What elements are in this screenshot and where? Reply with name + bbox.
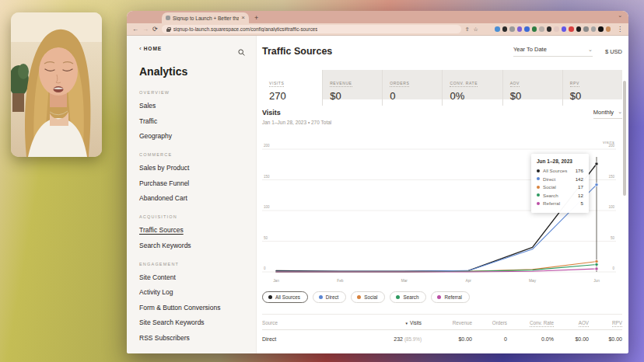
extension-icon-7[interactable] (539, 26, 544, 32)
column-header-revenue[interactable]: Revenue (422, 320, 472, 325)
visits-value: 232 (394, 336, 403, 342)
reload-icon[interactable]: ⟳ (152, 26, 158, 33)
browser-toolbar: ← → ⟳ signup-to-launch.squarespace.com/c… (127, 23, 628, 36)
bookmark-star-icon[interactable]: ☆ (474, 26, 478, 32)
sidebar-item-geography[interactable]: Geography (139, 132, 248, 140)
x-tick: May (529, 279, 537, 283)
tooltip-series-value: 142 (576, 176, 583, 182)
column-header-aov[interactable]: AOV (554, 320, 589, 325)
extension-icon-15[interactable] (598, 26, 604, 32)
column-header-source[interactable]: Source (262, 320, 324, 325)
legend-pill-search[interactable]: Search (390, 291, 426, 303)
x-tick: Mar (401, 279, 408, 283)
stat-orders[interactable]: ORDERS0 (382, 70, 442, 106)
currency-select[interactable]: $ USD (605, 48, 622, 55)
extension-icon-12[interactable] (576, 26, 582, 32)
extension-icon-16[interactable] (606, 26, 611, 32)
legend-pill-all-sources[interactable]: All Sources (262, 291, 308, 303)
stat-value: $0 (570, 90, 615, 102)
sidebar-item-sales-by-product[interactable]: Sales by Product (139, 164, 248, 172)
stat-aov[interactable]: AOV$0 (502, 70, 562, 106)
extension-icon-2[interactable] (502, 26, 508, 32)
y-tick-right: 150 (608, 175, 614, 179)
stat-visits[interactable]: VISITS270 (262, 70, 322, 106)
stat-label: RPV (570, 81, 579, 87)
sidebar-item-traffic-sources[interactable]: Traffic Sources (139, 226, 248, 234)
column-header-orders[interactable]: Orders (472, 320, 507, 325)
extension-icon-9[interactable] (554, 26, 559, 32)
legend-label: Direct (326, 294, 338, 300)
search-icon[interactable] (238, 45, 245, 59)
chart-subtitle: Jan 1–Jun 28, 2023 • 270 Total (262, 120, 331, 125)
series-dot-icon (537, 193, 540, 197)
stat-value: 0 (390, 90, 435, 102)
stat-conv-rate[interactable]: CONV. RATE0% (442, 70, 502, 106)
url-bar[interactable]: signup-to-launch.squarespace.com/config/… (162, 25, 461, 33)
column-header-visits[interactable]: ▼Visits (324, 320, 422, 325)
granularity-select[interactable]: Monthly ⌄ (593, 109, 622, 119)
legend-label: Social (364, 294, 377, 300)
stat-revenue[interactable]: REVENUE$0 (322, 70, 382, 106)
stats-bar: VISITS270REVENUE$0ORDERS0CONV. RATE0%AOV… (262, 70, 622, 99)
date-range-select[interactable]: Year To Date ⌄ (513, 46, 593, 57)
column-header-rpv[interactable]: RPV (589, 320, 622, 325)
back-icon[interactable]: ← (132, 26, 138, 33)
stat-label: VISITS (269, 81, 284, 87)
chart-title: Visits (262, 109, 331, 117)
legend-pill-direct[interactable]: Direct (313, 291, 346, 303)
series-dot-icon (319, 295, 323, 299)
sidebar-item-purchase-funnel[interactable]: Purchase Funnel (139, 179, 248, 187)
sidebar-item-sales[interactable]: Sales (139, 102, 248, 110)
series-endpoint-social (595, 259, 598, 263)
y-tick-left: 150 (264, 175, 270, 179)
new-tab-button[interactable]: + (254, 12, 258, 23)
scrollbar-thumb[interactable] (623, 81, 626, 196)
sidebar-item-traffic[interactable]: Traffic (139, 117, 248, 125)
home-link[interactable]: ‹ HOME (139, 45, 248, 52)
tooltip-series-name: Social (543, 184, 578, 190)
extension-icon-13[interactable] (583, 26, 589, 32)
chart-tooltip: Jun 1–28, 2023 All Sources176Direct142So… (531, 154, 589, 213)
extension-icon-14[interactable] (591, 26, 597, 32)
stat-label: REVENUE (330, 81, 352, 87)
legend-pill-referral[interactable]: Referral (431, 291, 469, 303)
extension-icon-6[interactable] (532, 26, 537, 32)
extension-icon-10[interactable] (562, 26, 567, 32)
tooltip-title: Jun 1–28, 2023 (537, 158, 583, 164)
sidebar-item-site-search-keywords[interactable]: Site Search Keywords (139, 318, 248, 326)
extension-icon-3[interactable] (509, 26, 515, 32)
y-tick-right: 0 (612, 266, 614, 270)
extensions-row (485, 26, 611, 32)
stat-rpv[interactable]: RPV$0 (562, 70, 622, 106)
tab-title: Signup to Launch + Better tha (173, 16, 239, 21)
series-endpoint-referral (595, 267, 598, 270)
extension-icon-1[interactable] (495, 26, 500, 32)
browser-tab[interactable]: Signup to Launch + Better tha × (162, 12, 249, 23)
legend-label: Referral (444, 294, 461, 300)
sidebar-item-abandoned-cart[interactable]: Abandoned Cart (139, 194, 248, 202)
tooltip-row-social: Social17 (537, 184, 583, 190)
table-header: Source▼VisitsRevenueOrdersConv. RateAOVR… (262, 315, 622, 330)
browser-menu-icon[interactable]: ⋮ (617, 26, 623, 33)
column-header-conv-rate[interactable]: Conv. Rate (507, 320, 554, 325)
extension-icon-11[interactable] (569, 26, 574, 32)
sidebar-section-engagement: ENGAGEMENT (139, 262, 248, 266)
share-icon[interactable]: ⇧ (465, 26, 470, 32)
sidebar-item-activity-log[interactable]: Activity Log (139, 288, 248, 296)
extension-icon-4[interactable] (517, 26, 523, 32)
sidebar-item-search-keywords[interactable]: Search Keywords (139, 242, 248, 249)
extension-icon-8[interactable] (547, 26, 552, 32)
legend-pill-social[interactable]: Social (351, 291, 385, 303)
stat-label: ORDERS (390, 81, 409, 87)
tooltip-series-value: 176 (576, 168, 583, 173)
tab-search-chevron-icon[interactable]: ⌄ (618, 12, 622, 19)
home-label: HOME (144, 46, 163, 51)
sidebar-item-form-button-conversions[interactable]: Form & Button Conversions (139, 304, 248, 312)
sidebar-item-site-content[interactable]: Site Content (139, 273, 248, 281)
x-tick: Jan (273, 279, 279, 283)
tab-close-icon[interactable]: × (241, 15, 245, 21)
table-row[interactable]: Direct232(85.9%)$0.0000.0%$0.00$0.00 (262, 330, 622, 342)
forward-icon[interactable]: → (142, 26, 149, 33)
extension-icon-5[interactable] (524, 26, 530, 32)
sidebar-item-rss-subscribers[interactable]: RSS Subscribers (139, 334, 248, 342)
